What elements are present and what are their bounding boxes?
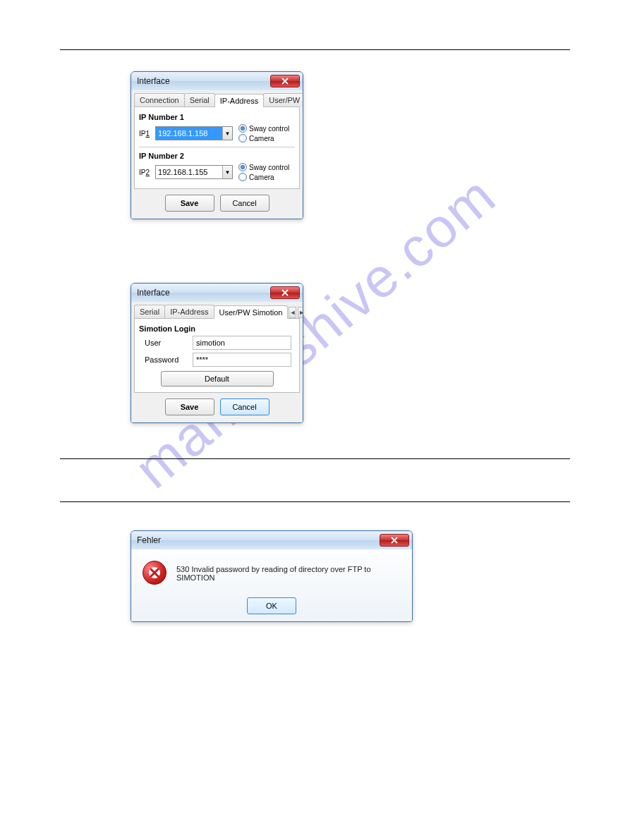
ip1-combo[interactable]: ▼ xyxy=(155,126,233,140)
ip1-input[interactable] xyxy=(156,127,222,140)
titlebar[interactable]: Fehler xyxy=(131,531,412,549)
error-message: 530 Invalid password by reading of direc… xyxy=(176,561,401,582)
radio-ip1-sway[interactable]: Sway control xyxy=(238,124,289,133)
default-button[interactable]: Default xyxy=(161,371,274,386)
top-separator xyxy=(60,49,570,50)
save-button[interactable]: Save xyxy=(165,195,214,212)
close-button[interactable] xyxy=(270,286,300,299)
tab-serial[interactable]: Serial xyxy=(184,93,215,106)
ip2-combo[interactable]: ▼ xyxy=(155,165,233,179)
tab-ip-address[interactable]: IP-Address xyxy=(214,94,264,107)
close-button[interactable] xyxy=(380,534,409,547)
tab-ip-address[interactable]: IP-Address xyxy=(164,305,214,318)
window-title: Interface xyxy=(137,288,170,298)
radio-icon xyxy=(238,163,247,171)
radio-ip1-camera[interactable]: Camera xyxy=(238,134,289,142)
button-row: Save Cancel xyxy=(134,189,300,216)
close-button[interactable] xyxy=(270,75,300,87)
interface-dialog-ip: Interface Connection Serial IP-Address U… xyxy=(131,71,303,219)
tab-scroll-right-icon[interactable]: ► xyxy=(298,307,303,318)
user-label: User xyxy=(145,339,187,347)
radio-label: Sway control xyxy=(249,164,289,171)
titlebar[interactable]: Interface xyxy=(131,72,303,90)
group-login-label: Simotion Login xyxy=(139,324,295,333)
ok-button[interactable]: OK xyxy=(247,597,296,614)
button-row: Save Cancel xyxy=(134,393,300,420)
error-dialog: Fehler 530 Invalid password by reading o… xyxy=(131,530,413,622)
close-icon xyxy=(391,537,398,544)
ip2-input[interactable] xyxy=(156,166,222,178)
radio-icon xyxy=(238,124,247,133)
close-icon xyxy=(281,78,289,85)
radio-label: Camera xyxy=(249,174,274,181)
radio-ip2-sway[interactable]: Sway control xyxy=(238,163,289,171)
tab-scroll-left-icon[interactable]: ◄ xyxy=(289,307,296,318)
window-title: Fehler xyxy=(137,535,161,545)
tab-userpw[interactable]: User/PW Si xyxy=(263,93,303,106)
interface-dialog-login: Interface Serial IP-Address User/PW Simo… xyxy=(131,283,303,423)
tab-userpw-simotion[interactable]: User/PW Simotion xyxy=(214,305,289,319)
tab-content: Simotion Login /* keep underline on S on… xyxy=(134,319,300,393)
divider xyxy=(139,147,295,147)
mid-separator-1 xyxy=(60,458,570,459)
tab-row: Serial IP-Address User/PW Simotion ◄ ► xyxy=(134,305,300,319)
ip1-label: IP1 xyxy=(139,130,150,138)
radio-ip2-camera[interactable]: Camera xyxy=(238,173,289,181)
chevron-down-icon[interactable]: ▼ xyxy=(222,127,232,140)
mid-separator-2 xyxy=(60,501,570,502)
titlebar[interactable]: Interface xyxy=(131,284,303,302)
close-icon xyxy=(281,289,289,296)
password-label: Password xyxy=(145,355,187,364)
radio-label: Sway control xyxy=(249,125,289,133)
radio-icon xyxy=(238,173,247,181)
dialog-body: 530 Invalid password by reading of direc… xyxy=(131,549,412,621)
group-ip2-label: IP Number 2 xyxy=(139,152,295,160)
tab-serial[interactable]: Serial xyxy=(134,305,165,318)
user-input[interactable] xyxy=(193,336,291,350)
tab-content: IP Number 1 IP1 ▼ Sway control Camera xyxy=(134,107,300,189)
cancel-button[interactable]: Cancel xyxy=(220,398,269,415)
ip2-label: IP2 xyxy=(139,169,150,176)
radio-label: Camera xyxy=(249,135,274,142)
tab-connection[interactable]: Connection xyxy=(134,93,185,106)
group-ip1-label: IP Number 1 xyxy=(139,113,295,121)
error-icon xyxy=(143,561,166,585)
cancel-button[interactable]: Cancel xyxy=(220,195,269,212)
tab-row: Connection Serial IP-Address User/PW Si … xyxy=(134,93,300,107)
password-input[interactable] xyxy=(193,353,291,367)
window-title: Interface xyxy=(137,76,170,86)
chevron-down-icon[interactable]: ▼ xyxy=(222,166,232,178)
save-button[interactable]: Save xyxy=(165,398,214,415)
radio-icon xyxy=(238,134,247,142)
